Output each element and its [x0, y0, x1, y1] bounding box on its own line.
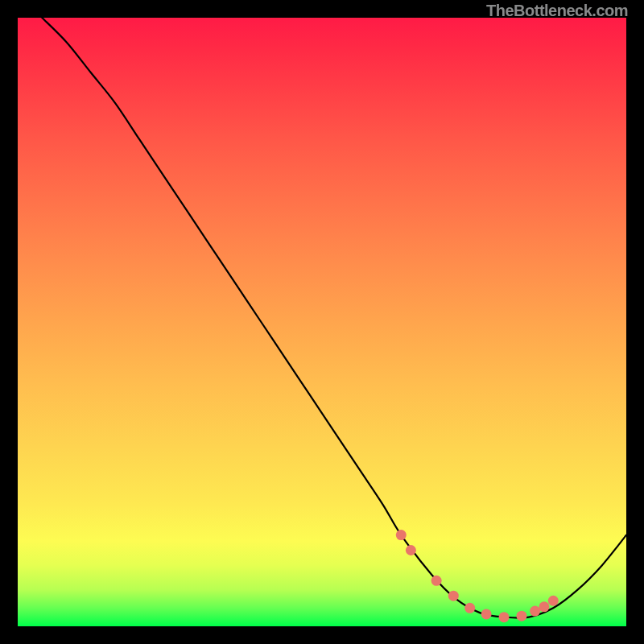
highlight-dot [448, 591, 459, 601]
highlight-dot [499, 612, 510, 622]
highlight-dot [539, 601, 549, 612]
attribution-label: TheBottleneck.com [486, 2, 628, 20]
curve-layer [18, 18, 626, 626]
highlight-dot [516, 611, 526, 621]
chart-frame: TheBottleneck.com [0, 0, 644, 644]
highlight-dot [464, 603, 475, 613]
highlight-dot [431, 576, 442, 586]
highlight-dots [396, 530, 559, 622]
highlight-dot [406, 545, 416, 555]
highlight-dot [548, 596, 559, 606]
bottleneck-curve [42, 18, 626, 618]
highlight-dot [530, 606, 540, 617]
highlight-dot [396, 530, 407, 540]
highlight-dot [481, 609, 492, 619]
